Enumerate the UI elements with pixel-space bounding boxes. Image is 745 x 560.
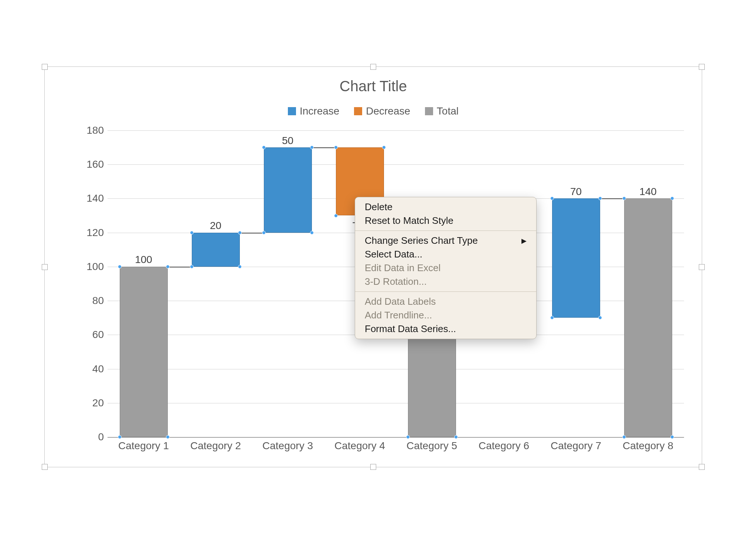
selection-point [334, 214, 338, 218]
x-tick: Category 6 [468, 440, 540, 452]
data-label: 70 [552, 186, 600, 198]
connector-line [312, 147, 336, 148]
y-tick: 100 [82, 261, 104, 273]
selection-point [166, 265, 170, 269]
menu-label: Add Trendline... [365, 310, 432, 321]
menu-change-series-chart-type[interactable]: Change Series Chart Type ▶ [355, 234, 536, 247]
bar-increase[interactable] [192, 233, 240, 267]
bar-increase[interactable] [264, 147, 312, 233]
selection-point [550, 316, 554, 320]
legend-swatch-decrease [354, 107, 362, 115]
resize-handle-bottom[interactable] [370, 464, 376, 470]
selection-point [622, 435, 626, 439]
legend-label: Increase [300, 105, 339, 117]
menu-label: Add Data Labels [365, 296, 436, 307]
menu-format-data-series[interactable]: Format Data Series... [355, 322, 536, 336]
submenu-arrow-icon: ▶ [521, 237, 527, 245]
data-label: 50 [264, 135, 312, 147]
selection-point [334, 146, 338, 149]
bar-total[interactable] [624, 198, 672, 437]
selection-point [238, 231, 242, 235]
x-tick: Category 1 [108, 440, 180, 452]
menu-3d-rotation: 3-D Rotation... [355, 275, 536, 288]
x-tick: Category 7 [540, 440, 612, 452]
legend-swatch-total [425, 107, 433, 115]
menu-edit-data-excel: Edit Data in Excel [355, 261, 536, 275]
y-tick: 180 [82, 124, 104, 136]
selection-point [118, 265, 122, 269]
menu-label: Edit Data in Excel [365, 262, 440, 274]
y-tick: 0 [82, 431, 104, 443]
selection-point [166, 435, 170, 439]
resize-handle-top-right[interactable] [699, 64, 705, 70]
gridline [108, 130, 684, 131]
gridline [108, 369, 684, 369]
menu-label: Reset to Match Style [365, 215, 453, 226]
selection-point [670, 435, 674, 439]
x-tick: Category 8 [612, 440, 684, 452]
bar-total[interactable] [120, 267, 168, 437]
legend-swatch-increase [288, 107, 296, 115]
data-label: 140 [624, 186, 672, 198]
legend-item-increase[interactable]: Increase [288, 105, 339, 117]
menu-delete[interactable]: Delete [355, 200, 536, 214]
legend-label: Decrease [366, 105, 410, 117]
x-tick: Category 4 [324, 440, 396, 452]
chart-legend[interactable]: Increase Decrease Total [45, 105, 702, 118]
data-label: 20 [192, 220, 240, 232]
legend-item-decrease[interactable]: Decrease [354, 105, 410, 117]
chart-title[interactable]: Chart Title [45, 78, 702, 95]
x-tick: Category 2 [180, 440, 252, 452]
y-tick: 40 [82, 363, 104, 375]
legend-item-total[interactable]: Total [425, 105, 459, 117]
gridline [108, 164, 684, 165]
bar-increase[interactable] [552, 198, 600, 318]
resize-handle-top-left[interactable] [42, 64, 48, 70]
connector-line [240, 233, 264, 233]
selection-point [262, 231, 266, 235]
selection-point [598, 316, 602, 320]
menu-separator [355, 231, 536, 231]
selection-point [406, 435, 410, 439]
x-tick: Category 5 [396, 440, 468, 452]
menu-label: Change Series Chart Type [365, 235, 478, 246]
selection-point [262, 146, 266, 149]
x-axis: Category 1 Category 2 Category 3 Categor… [108, 440, 684, 455]
resize-handle-bottom-left[interactable] [42, 464, 48, 470]
selection-point [598, 197, 602, 200]
selection-point [670, 197, 674, 200]
resize-handle-right[interactable] [699, 264, 705, 270]
menu-add-trendline: Add Trendline... [355, 308, 536, 322]
selection-point [454, 435, 458, 439]
menu-reset-style[interactable]: Reset to Match Style [355, 214, 536, 228]
y-tick: 160 [82, 158, 104, 170]
selection-point [550, 197, 554, 200]
menu-label: 3-D Rotation... [365, 276, 427, 287]
selection-point [238, 265, 242, 269]
menu-separator [355, 291, 536, 292]
menu-label: Format Data Series... [365, 323, 456, 335]
selection-point [622, 197, 626, 200]
menu-label: Delete [365, 201, 392, 213]
connector-line [600, 198, 624, 199]
y-tick: 80 [82, 295, 104, 307]
connector-line [168, 267, 192, 267]
menu-label: Select Data... [365, 249, 422, 260]
selection-point [310, 146, 314, 149]
resize-handle-left[interactable] [42, 264, 48, 270]
selection-point [190, 265, 194, 269]
y-tick: 20 [82, 397, 104, 409]
selection-point [382, 146, 386, 149]
x-axis-line [108, 437, 684, 438]
gridline [108, 403, 684, 403]
y-tick: 60 [82, 329, 104, 341]
resize-handle-top[interactable] [370, 64, 376, 70]
context-menu[interactable]: Delete Reset to Match Style Change Serie… [355, 197, 537, 339]
menu-add-data-labels: Add Data Labels [355, 295, 536, 308]
legend-label: Total [437, 105, 459, 117]
menu-select-data[interactable]: Select Data... [355, 247, 536, 261]
selection-point [310, 231, 314, 235]
resize-handle-bottom-right[interactable] [699, 464, 705, 470]
data-label: 100 [120, 254, 168, 266]
selection-point [190, 231, 194, 235]
